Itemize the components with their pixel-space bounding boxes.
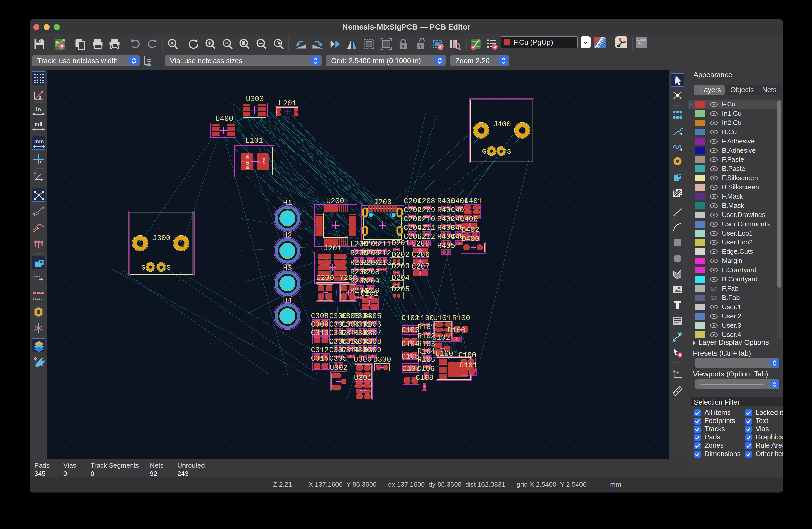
svg-text:GND: GND <box>520 132 525 135</box>
svg-text:R307: R307 <box>363 329 381 337</box>
svg-text:C208: C208 <box>417 197 435 205</box>
svg-text:D205: D205 <box>392 285 410 294</box>
svg-text:R211: R211 <box>373 240 391 248</box>
svg-text:J300: J300 <box>153 234 170 243</box>
svg-text:GND: GND <box>479 132 484 135</box>
svg-text:U300: U300 <box>354 356 372 364</box>
svg-text:C207: C207 <box>412 262 430 271</box>
svg-text:C105: C105 <box>401 352 419 361</box>
svg-text:2: 2 <box>521 126 523 130</box>
svg-text:R210: R210 <box>362 286 380 295</box>
svg-text:U200: U200 <box>326 197 344 205</box>
svg-text:R105: R105 <box>417 356 435 364</box>
svg-text:R305: R305 <box>363 312 381 320</box>
svg-text:U400: U400 <box>215 115 233 123</box>
svg-text:C104: C104 <box>401 340 419 348</box>
svg-text:BUCK_SW: BUCK_SW <box>246 155 250 169</box>
svg-text:C206: C206 <box>412 251 430 259</box>
svg-text:C400: C400 <box>460 215 478 223</box>
svg-text:GND: GND <box>179 245 184 248</box>
svg-text:R208: R208 <box>362 268 380 277</box>
svg-text:r: r <box>36 90 37 95</box>
svg-text:R306: R306 <box>363 320 381 329</box>
svg-text:S: S <box>166 264 171 272</box>
svg-text:G: G <box>482 148 487 156</box>
svg-text:U401: U401 <box>464 197 482 205</box>
svg-text:C305: C305 <box>329 355 347 363</box>
svg-text:C312: C312 <box>311 346 329 355</box>
svg-text:G: G <box>141 264 146 272</box>
svg-text:C310: C310 <box>311 329 329 337</box>
svg-text:L101: L101 <box>245 136 263 145</box>
svg-text:R309: R309 <box>363 346 381 355</box>
svg-text:L100: L100 <box>416 314 434 322</box>
svg-text:2: 2 <box>180 239 182 243</box>
svg-text:mm: mm <box>34 138 44 144</box>
svg-text:U100: U100 <box>435 350 453 358</box>
svg-text:in: in <box>36 106 41 112</box>
svg-text:J400: J400 <box>493 120 511 129</box>
svg-text:J201: J201 <box>324 244 342 253</box>
svg-text:R405: R405 <box>437 242 455 250</box>
svg-text:U301: U301 <box>354 374 372 382</box>
svg-text:D202: D202 <box>392 251 410 259</box>
svg-text:mil: mil <box>35 121 42 127</box>
svg-text:R213: R213 <box>373 259 391 267</box>
svg-text:R100: R100 <box>452 314 470 322</box>
svg-text:D100: D100 <box>448 326 466 335</box>
svg-text:+3V3: +3V3 <box>262 158 266 166</box>
svg-text:θ: θ <box>39 95 41 100</box>
svg-text:1: 1 <box>241 161 245 163</box>
svg-text:D204: D204 <box>392 274 410 282</box>
svg-text:C212: C212 <box>417 233 435 241</box>
svg-text:C309: C309 <box>311 320 329 329</box>
svg-text:2: 2 <box>257 161 262 163</box>
svg-text:D203: D203 <box>392 262 410 271</box>
svg-text:D200: D200 <box>316 274 334 282</box>
svg-text:C103: C103 <box>401 326 419 335</box>
svg-text:U303: U303 <box>246 95 264 103</box>
svg-text:J200: J200 <box>374 198 392 207</box>
svg-text:R209: R209 <box>362 277 380 286</box>
svg-text:2: 2 <box>480 126 482 130</box>
svg-text:R308: R308 <box>363 338 381 346</box>
svg-text:C308: C308 <box>311 312 329 320</box>
svg-text:U101: U101 <box>433 314 451 322</box>
svg-text:R212: R212 <box>373 249 391 258</box>
svg-text:2: 2 <box>139 239 141 243</box>
svg-text:C108: C108 <box>416 374 433 382</box>
svg-text:C315: C315 <box>311 355 329 363</box>
svg-text:C402: C402 <box>461 226 479 234</box>
svg-text:S: S <box>507 148 511 156</box>
svg-text:D300: D300 <box>373 356 391 364</box>
svg-text:C211: C211 <box>417 224 435 232</box>
svg-text:C101: C101 <box>459 361 477 370</box>
svg-text:A: A <box>171 40 174 46</box>
svg-text:R104: R104 <box>417 347 435 356</box>
svg-text:C210: C210 <box>417 215 435 223</box>
svg-text:GND: GND <box>137 245 143 248</box>
svg-text:C100: C100 <box>458 351 476 360</box>
svg-text:U302: U302 <box>330 364 347 372</box>
svg-text:R101: R101 <box>417 323 435 332</box>
svg-text:C209: C209 <box>417 206 435 215</box>
